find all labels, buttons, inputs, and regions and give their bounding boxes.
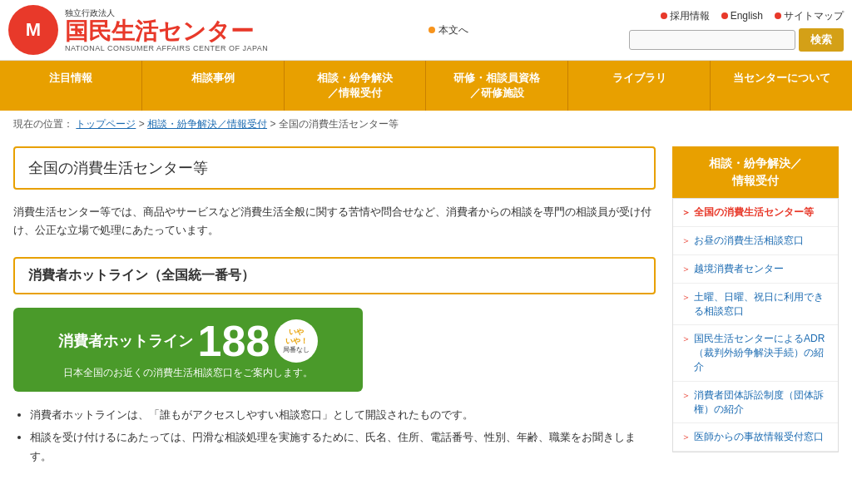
- hontai-link[interactable]: 本文へ: [428, 23, 468, 37]
- logo-main-text: 国民生活センター: [65, 19, 268, 45]
- hotline-section-box: 消費者ホットライン（全国統一番号）: [13, 257, 656, 294]
- nav-item-kenshu[interactable]: 研修・相談員資格 ／研修施設: [426, 61, 568, 111]
- section-title: 消費者ホットライン（全国統一番号）: [28, 267, 641, 284]
- breadcrumb-top[interactable]: トップページ: [76, 118, 136, 130]
- header: M 独立行政法人 国民生活センター NATIONAL CONSUMER AFFA…: [0, 0, 852, 61]
- nav-item-chuchumoku[interactable]: 注目情報: [0, 61, 142, 111]
- dot-red-icon: [775, 12, 781, 19]
- breadcrumb: 現在の位置： トップページ > 相談・紛争解決／情報受付 > 全国の消費生活セン…: [0, 111, 852, 138]
- hotline-label: 消費者ホットライン: [58, 333, 193, 349]
- nav-item-library[interactable]: ライブラリ: [568, 61, 711, 111]
- logo-icon: M: [8, 5, 58, 55]
- header-center: 本文へ: [268, 23, 629, 37]
- hotline-bubble: いや いや！ 局番なし: [275, 319, 318, 363]
- description-text: 消費生活センター等では、商品やサービスなど消費生活全般に関する苦情や問合せなど、…: [13, 203, 656, 240]
- breadcrumb-current: 全国の消費生活センター等: [279, 118, 399, 130]
- search-area: 検索: [629, 28, 844, 52]
- bullet-item: 消費者ホットラインは、「誰もがアクセスしやすい相談窓口」として開設されたものです…: [30, 405, 656, 424]
- nav-item-center[interactable]: 当センターについて: [711, 61, 852, 111]
- hotline-bureau: 局番なし: [283, 346, 310, 354]
- content-area: 全国の消費生活センター等 消費生活センター等では、商品やサービスなど消費生活全般…: [13, 146, 672, 469]
- search-input[interactable]: [629, 30, 795, 50]
- top-link-english[interactable]: English: [721, 10, 763, 22]
- logo-area: M 独立行政法人 国民生活センター NATIONAL CONSUMER AFFA…: [8, 5, 268, 55]
- breadcrumb-prefix: 現在の位置：: [13, 118, 73, 130]
- main-nav: 注目情報 相談事例 相談・紛争解決 ／情報受付 研修・相談員資格 ／研修施設 ラ…: [0, 61, 852, 111]
- bullet-list: 消費者ホットラインは、「誰もがアクセスしやすい相談窓口」として開設されたものです…: [13, 405, 656, 467]
- dot-icon: [428, 27, 435, 33]
- hotline-desc: 日本全国のお近くの消費生活相談窓口をご案内します。: [63, 366, 313, 380]
- hotline-iya2: いや！: [285, 337, 308, 346]
- page-title-box: 全国の消費生活センター等: [13, 146, 656, 190]
- hotline-label-text: 消費者ホットライン: [58, 331, 193, 351]
- sidebar-link-5[interactable]: ＞ 消費者団体訴訟制度（団体訴権）の紹介: [673, 382, 838, 424]
- hotline-iya1: いや: [289, 328, 304, 337]
- logo-top-text: 独立行政法人: [65, 7, 268, 19]
- page-title: 全国の消費生活センター等: [28, 158, 641, 178]
- top-link-recruitment[interactable]: 採用情報: [661, 9, 710, 23]
- breadcrumb-soudan[interactable]: 相談・紛争解決／情報受付: [147, 118, 267, 130]
- hotline-number: 188: [198, 319, 270, 363]
- sidebar-title: 相談・紛争解決／情報受付: [672, 146, 839, 198]
- sidebar-link-0[interactable]: ＞ 全国の消費生活センター等: [673, 199, 838, 227]
- logo-sub-text: NATIONAL CONSUMER AFFAIRS CENTER OF JAPA…: [65, 44, 268, 52]
- sidebar: 相談・紛争解決／情報受付 ＞ 全国の消費生活センター等 ＞ お昼の消費生活相談窓…: [672, 146, 839, 469]
- hotline-top: 消費者ホットライン 188 いや いや！ 局番なし: [58, 319, 319, 363]
- sidebar-arrow-icon: ＞: [681, 206, 691, 219]
- sidebar-arrow-icon: ＞: [681, 389, 691, 402]
- sidebar-link-6[interactable]: ＞ 医師からの事故情報受付窓口: [673, 423, 838, 452]
- sidebar-links: ＞ 全国の消費生活センター等 ＞ お昼の消費生活相談窓口 ＞ 越境消費者センター…: [672, 198, 839, 452]
- sidebar-arrow-icon: ＞: [681, 431, 691, 443]
- hotline-banner: 消費者ホットライン 188 いや いや！ 局番なし 日本全国のお近くの消費生活相…: [13, 308, 363, 392]
- sidebar-link-4[interactable]: ＞ 国民生活センターによるADR（裁判外紛争解決手続）の紹介: [673, 325, 838, 381]
- nav-item-soudan-funso[interactable]: 相談・紛争解決 ／情報受付: [285, 61, 427, 111]
- top-links: 採用情報 English サイトマップ: [661, 9, 844, 23]
- main-layout: 全国の消費生活センター等 消費生活センター等では、商品やサービスなど消費生活全般…: [0, 138, 852, 477]
- top-link-sitemap[interactable]: サイトマップ: [775, 9, 844, 23]
- dot-red-icon: [661, 12, 667, 19]
- sidebar-arrow-icon: ＞: [681, 291, 691, 304]
- sidebar-arrow-icon: ＞: [681, 263, 691, 275]
- sidebar-arrow-icon: ＞: [681, 235, 691, 247]
- sidebar-link-1[interactable]: ＞ お昼の消費生活相談窓口: [673, 227, 838, 255]
- header-right: 採用情報 English サイトマップ 検索: [629, 9, 844, 52]
- bullet-item: 相談を受け付けるにあたっては、円滑な相談処理を実施するために、氏名、住所、電話番…: [30, 427, 656, 467]
- nav-item-soudan[interactable]: 相談事例: [142, 61, 285, 111]
- search-button[interactable]: 検索: [799, 28, 844, 52]
- logo-text: 独立行政法人 国民生活センター NATIONAL CONSUMER AFFAIR…: [65, 7, 268, 53]
- dot-red-icon: [721, 12, 728, 19]
- sidebar-link-3[interactable]: ＞ 土曜、日曜、祝日に利用できる相談窓口: [673, 284, 838, 326]
- sidebar-link-2[interactable]: ＞ 越境消費者センター: [673, 255, 838, 284]
- sidebar-arrow-icon: ＞: [681, 333, 691, 345]
